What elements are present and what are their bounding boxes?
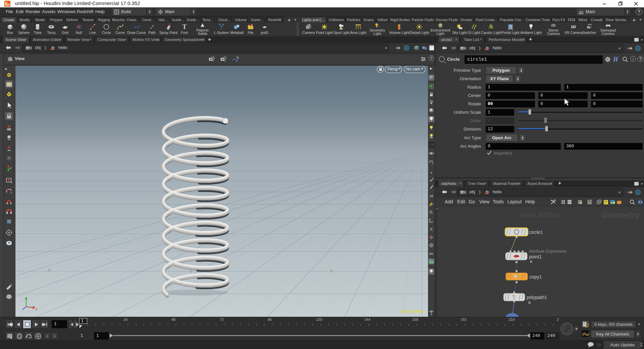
svg-text:5: 5: [330, 268, 333, 273]
svg-text:Persp: Persp: [387, 67, 398, 71]
svg-text:Attribute Expression: Attribute Expression: [529, 249, 567, 254]
svg-text:Indie Edition: Indie Edition: [521, 211, 561, 218]
svg-text:Indie Edition: Indie Edition: [401, 309, 425, 313]
svg-text:abc: abc: [429, 252, 434, 255]
svg-text:No cam: No cam: [406, 67, 420, 71]
svg-text:circle1: circle1: [529, 230, 543, 235]
svg-text:x: x: [36, 307, 37, 311]
svg-text:copy1: copy1: [529, 274, 542, 280]
svg-text:T: T: [182, 23, 186, 30]
svg-text:point1: point1: [529, 254, 542, 259]
svg-text:12: 12: [430, 194, 433, 198]
svg-text:polypath1: polypath1: [527, 295, 547, 300]
svg-text:-5: -5: [47, 267, 51, 273]
svg-text:Geometry: Geometry: [602, 210, 640, 219]
svg-text:12: 12: [429, 210, 432, 213]
